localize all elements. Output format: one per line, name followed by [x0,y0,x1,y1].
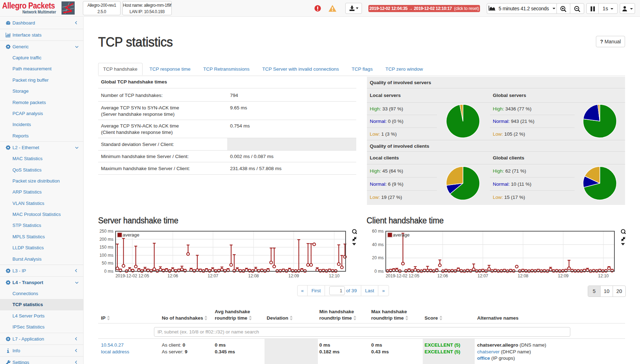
svg-text:12:09: 12:09 [288,273,299,278]
svg-text:12:06: 12:06 [167,273,178,278]
svg-text:12:10: 12:10 [598,273,609,278]
svg-text:12:06: 12:06 [437,273,448,278]
svg-text:12:07: 12:07 [478,273,488,278]
svg-text:12:08: 12:08 [248,273,259,278]
svg-text:150 ms: 150 ms [100,245,113,250]
svg-text:200 ms: 200 ms [100,237,113,242]
svg-text:40 ms: 40 ms [372,242,384,247]
svg-text:average: average [123,232,139,238]
svg-text:20 ms: 20 ms [372,255,384,260]
svg-text:average: average [393,232,410,238]
svg-text:250 ms: 250 ms [100,229,113,234]
svg-text:0 ms: 0 ms [104,269,113,274]
svg-text:100 ms: 100 ms [100,253,113,258]
svg-text:60 ms: 60 ms [372,229,384,234]
svg-text:12:08: 12:08 [518,273,528,278]
svg-text:12:10: 12:10 [329,273,340,278]
svg-text:12:09: 12:09 [558,273,569,278]
svg-text:2019-12-02 12:05: 2019-12-02 12:05 [386,273,420,278]
svg-text:2019-12-02 12:05: 2019-12-02 12:05 [116,273,149,278]
svg-text:0 ms: 0 ms [374,269,384,274]
svg-text:12:07: 12:07 [208,273,218,278]
svg-text:50 ms: 50 ms [102,261,113,266]
